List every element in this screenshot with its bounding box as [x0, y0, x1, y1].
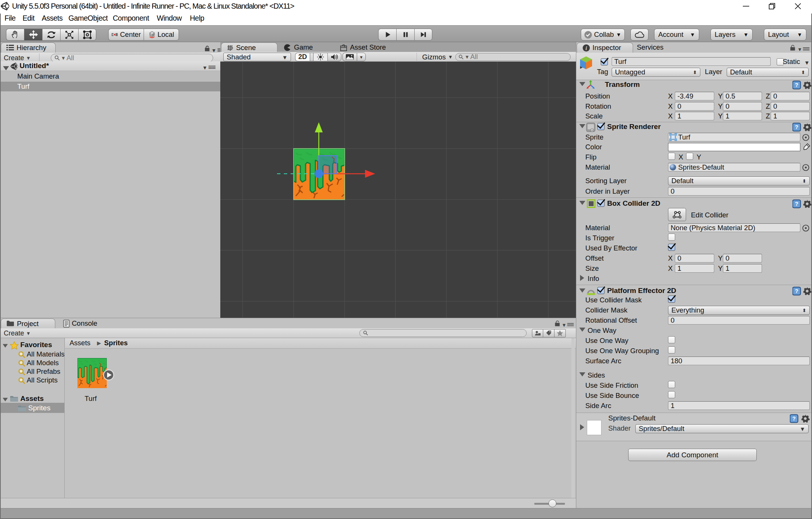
- svg-text:i: i: [586, 45, 587, 51]
